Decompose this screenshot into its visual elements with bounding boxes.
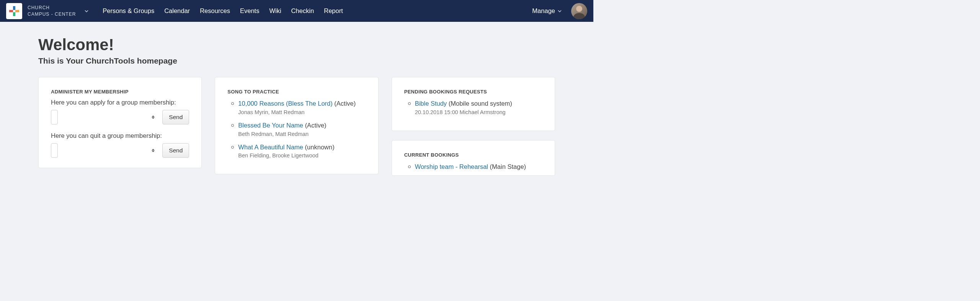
booking-resource: (Mobile sound system)	[449, 100, 512, 107]
chevron-down-icon	[557, 9, 562, 13]
avatar[interactable]	[571, 3, 587, 19]
top-navbar: CHURCH CAMPUS - CENTER Persons & Groups …	[0, 0, 593, 22]
apply-send-button[interactable]: Send	[162, 110, 189, 124]
manage-label: Manage	[532, 7, 555, 15]
quit-label: Here you can quit a group membership:	[51, 132, 189, 139]
select-caret-icon	[152, 149, 155, 152]
song-status: (Active)	[305, 122, 327, 129]
song-link[interactable]: 10,000 Reasons (Bless The Lord)	[238, 100, 332, 107]
booking-meta: 20.10.2018 15:00 Michael Armstrong	[415, 109, 542, 115]
page-subtitle: This is Your ChurchTools homepage	[38, 56, 555, 65]
hero-section: Welcome! This is Your ChurchTools homepa…	[38, 22, 555, 77]
nav-wiki[interactable]: Wiki	[269, 7, 281, 15]
nav-events[interactable]: Events	[240, 7, 259, 15]
song-status: (Active)	[334, 100, 356, 107]
song-status: (unknown)	[305, 144, 335, 150]
manage-menu[interactable]: Manage	[532, 7, 562, 15]
nav-persons-groups[interactable]: Persons & Groups	[103, 7, 154, 15]
song-item: Blessed Be Your Name (Active) Beth Redma…	[238, 121, 366, 137]
songs-card: SONG TO PRACTICE 10,000 Reasons (Bless T…	[215, 77, 378, 174]
svg-rect-3	[15, 10, 19, 12]
chevron-down-icon[interactable]	[84, 9, 89, 13]
app-logo[interactable]	[6, 3, 22, 19]
nav-report[interactable]: Report	[324, 7, 343, 15]
logo-icon	[9, 6, 19, 16]
song-authors: Ben Fielding, Brooke Ligertwood	[238, 152, 366, 159]
song-link[interactable]: Blessed Be Your Name	[238, 122, 303, 129]
brand-text: CHURCH CAMPUS - CENTER	[28, 5, 76, 17]
svg-rect-1	[13, 12, 15, 16]
current-card-title: CURRENT BOOKINGS	[404, 152, 542, 158]
pending-bookings-card: PENDING BOOKINGS REQUESTS Bible Study (M…	[392, 77, 555, 131]
booking-link[interactable]: Bible Study	[415, 100, 447, 107]
apply-group-select[interactable]	[51, 110, 58, 124]
booking-resource: (Main Stage)	[488, 163, 526, 170]
membership-card: ADMINISTER MY MEMBERSHIP Here you can ap…	[38, 77, 202, 168]
membership-card-title: ADMINISTER MY MEMBERSHIP	[51, 89, 189, 95]
songs-card-title: SONG TO PRACTICE	[227, 89, 366, 95]
nav-items: Persons & Groups Calendar Resources Even…	[103, 7, 343, 15]
current-bookings-card: CURRENT BOOKINGS Worship team - Rehearsa…	[392, 140, 555, 176]
pending-item: Bible Study (Mobile sound system) 20.10.…	[415, 99, 542, 115]
song-link[interactable]: What A Beautiful Name	[238, 144, 303, 150]
apply-label: Here you can apply for a group membershi…	[51, 99, 189, 106]
song-item: 10,000 Reasons (Bless The Lord) (Active)…	[238, 99, 366, 115]
brand[interactable]: CHURCH CAMPUS - CENTER	[6, 3, 89, 19]
svg-rect-2	[9, 10, 13, 12]
svg-rect-0	[13, 6, 15, 10]
nav-checkin[interactable]: Checkin	[291, 7, 314, 15]
song-authors: Jonas Myrin, Matt Redman	[238, 109, 366, 115]
quit-group-select[interactable]	[51, 143, 58, 158]
select-caret-icon	[152, 116, 155, 119]
song-authors: Beth Redman, Matt Redman	[238, 131, 366, 137]
page-title: Welcome!	[38, 36, 555, 54]
quit-send-button[interactable]: Send	[162, 143, 189, 158]
nav-calendar[interactable]: Calendar	[164, 7, 190, 15]
pending-card-title: PENDING BOOKINGS REQUESTS	[404, 89, 542, 95]
booking-link[interactable]: Worship team - Rehearsal	[415, 163, 488, 170]
nav-resources[interactable]: Resources	[200, 7, 230, 15]
song-item: What A Beautiful Name (unknown) Ben Fiel…	[238, 142, 366, 159]
current-item: Worship team - Rehearsal (Main Stage)	[415, 162, 542, 172]
